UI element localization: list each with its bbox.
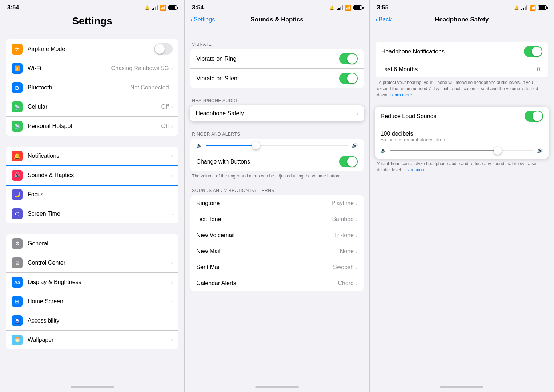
- settings-item-accessibility[interactable]: ♿ Accessibility ›: [6, 311, 178, 331]
- settings-item-wifi[interactable]: 📶 Wi-Fi Chasing Rainbows 5G ›: [6, 59, 178, 78]
- ringtone-value: Playtime: [332, 200, 354, 207]
- ringer-section-header: RINGER AND ALERTS: [185, 132, 369, 139]
- new-voicemail-chevron: ›: [356, 232, 358, 238]
- settings-group-network: ✈ Airplane Mode 📶 Wi-Fi Chasing Rainbows…: [6, 39, 178, 136]
- settings-item-display[interactable]: Aa Display & Brightness ›: [6, 273, 178, 292]
- settings-item-hotspot[interactable]: 📡 Personal Hotspot Off ›: [6, 117, 178, 136]
- notifications-icon-item: 🔔: [12, 151, 23, 161]
- vibrate-silent-item[interactable]: Vibrate on Silent: [190, 69, 363, 88]
- battery-icon: [168, 5, 177, 10]
- status-bar-3: 3:55 🔔 📶: [370, 0, 554, 13]
- vibrate-ring-toggle[interactable]: [339, 53, 358, 64]
- control-icon-item: ⊞: [12, 257, 23, 268]
- settings-item-notifications[interactable]: 🔔 Notifications ›: [6, 147, 178, 166]
- vibrate-silent-label: Vibrate on Silent: [196, 75, 339, 82]
- settings-group-system: ⚙ General › ⊞ Control Center › Aa Displa…: [6, 234, 178, 349]
- display-label: Display & Brightness: [28, 279, 171, 285]
- home-indicator-2: [185, 382, 369, 392]
- reduce-loud-sounds-toggle[interactable]: [525, 111, 543, 122]
- signal-icon: [152, 5, 158, 10]
- settings-item-airplane[interactable]: ✈ Airplane Mode: [6, 39, 178, 59]
- headphone-notifications-list: Headphone Notifications Last 6 Months 0: [376, 42, 548, 77]
- ringer-slider-track[interactable]: [206, 145, 348, 146]
- change-buttons-toggle[interactable]: [339, 156, 358, 167]
- headphone-info-text: To protect your hearing, your iPhone wil…: [370, 77, 554, 99]
- panel-sounds-haptics: 3:54 🔔 📶 ‹ Settings Sounds & Haptics VIB…: [184, 0, 369, 392]
- settings-item-screentime[interactable]: ⏱ Screen Time ›: [6, 204, 178, 223]
- hotspot-value: Off: [161, 123, 169, 129]
- calendar-alerts-item[interactable]: Calendar Alerts Chord ›: [190, 275, 363, 291]
- decibel-slider-track[interactable]: [390, 150, 533, 151]
- screentime-chevron: ›: [171, 211, 173, 217]
- new-voicemail-value: Tri-tone: [334, 232, 354, 239]
- settings-item-focus[interactable]: 🌙 Focus ›: [6, 185, 178, 204]
- settings-item-general[interactable]: ⚙ General ›: [6, 234, 178, 253]
- sounds-label: Sounds & Haptics: [28, 172, 171, 179]
- headphone-notifications-section: Headphone Notifications Last 6 Months 0 …: [370, 35, 554, 99]
- reduce-loud-info-content: Your iPhone can analyze headphone audio …: [377, 161, 538, 172]
- sounds-icon-item: 🔊: [12, 170, 23, 181]
- learn-more-link-1[interactable]: Learn more...: [390, 92, 416, 97]
- bluetooth-label: Bluetooth: [28, 84, 130, 91]
- nav-header-headphone: ‹ Back Headphone Safety: [370, 13, 554, 27]
- headphone-safety-item[interactable]: Headphone Safety ›: [190, 105, 364, 121]
- vibrate-ring-item[interactable]: Vibrate on Ring: [190, 49, 363, 69]
- nav-header-sounds: ‹ Settings Sounds & Haptics: [185, 13, 369, 27]
- back-button-headphone[interactable]: ‹ Back: [376, 16, 392, 24]
- nav-title-headphone: Headphone Safety: [435, 16, 489, 23]
- settings-item-sounds[interactable]: 🔊 Sounds & Haptics ›: [6, 166, 178, 185]
- learn-more-link-2[interactable]: Learn more...: [403, 167, 429, 172]
- wifi-chevron: ›: [171, 65, 173, 71]
- signal-icon-2: [337, 5, 343, 10]
- settings-item-bluetooth[interactable]: B Bluetooth Not Connected ›: [6, 78, 178, 97]
- headphone-scroll: Headphone Notifications Last 6 Months 0 …: [370, 27, 554, 382]
- text-tone-item[interactable]: Text Tone Bamboo ›: [190, 211, 363, 227]
- sent-mail-item[interactable]: Sent Mail Swoosh ›: [190, 259, 363, 275]
- vibrate-silent-toggle[interactable]: [339, 73, 358, 84]
- ringer-slider-thumb[interactable]: [252, 141, 260, 149]
- bluetooth-icon-item: B: [12, 82, 23, 93]
- new-mail-item[interactable]: New Mail None ›: [190, 243, 363, 259]
- headphone-audio-section: HEADPHONE AUDIO Headphone Safety ›: [185, 88, 369, 121]
- volume-low-icon: 🔈: [196, 143, 202, 148]
- calendar-alerts-label: Calendar Alerts: [196, 280, 338, 287]
- focus-label: Focus: [28, 191, 171, 198]
- ringtone-item[interactable]: Ringtone Playtime ›: [190, 195, 363, 211]
- back-button-sounds[interactable]: ‹ Settings: [190, 16, 215, 24]
- wifi-status-icon-3: 📶: [530, 5, 536, 11]
- decibel-low-icon: 🔈: [381, 148, 387, 153]
- vibrate-section-header: VIBRATE: [185, 42, 369, 49]
- panel-settings: 3:54 🔔 📶 Settings ✈ Airplane Mode: [0, 0, 184, 392]
- reduce-loud-sounds-item[interactable]: Reduce Loud Sounds: [375, 107, 549, 126]
- airplane-mode-toggle[interactable]: [154, 43, 173, 55]
- new-mail-value: None: [340, 248, 354, 255]
- headphone-notifications-toggle[interactable]: [524, 46, 542, 57]
- reduce-loud-highlighted: Reduce Loud Sounds 100 decibels As loud …: [375, 107, 549, 159]
- headphone-safety-chevron: ›: [357, 111, 358, 116]
- back-label-headphone: Back: [379, 16, 392, 23]
- sent-mail-value: Swoosh: [333, 264, 354, 271]
- text-tone-chevron: ›: [356, 216, 358, 222]
- accessibility-label: Accessibility: [28, 317, 171, 324]
- volume-high-icon: 🔊: [352, 143, 358, 148]
- settings-item-homescreen[interactable]: ⊟ Home Screen ›: [6, 292, 178, 311]
- change-buttons-item[interactable]: Change with Buttons: [190, 152, 363, 171]
- homescreen-label: Home Screen: [28, 298, 171, 305]
- nav-title-sounds: Sounds & Haptics: [250, 16, 303, 23]
- calendar-alerts-value: Chord: [338, 280, 354, 287]
- headphone-safety-highlighted: Headphone Safety ›: [190, 105, 364, 121]
- hotspot-icon-item: 📡: [12, 121, 23, 132]
- change-buttons-label: Change with Buttons: [196, 159, 339, 165]
- settings-item-wallpaper[interactable]: 🌅 Wallpaper ›: [6, 331, 178, 349]
- headphone-notifications-item[interactable]: Headphone Notifications: [376, 42, 548, 61]
- notifications-chevron: ›: [171, 153, 173, 159]
- home-indicator-3: [370, 382, 554, 392]
- sounds-patterns-header: SOUNDS AND VIBRATION PATTERNS: [185, 188, 369, 195]
- ringtone-chevron: ›: [356, 200, 358, 206]
- airplane-mode-label: Airplane Mode: [28, 46, 154, 52]
- new-voicemail-item[interactable]: New Voicemail Tri-tone ›: [190, 227, 363, 243]
- settings-item-control[interactable]: ⊞ Control Center ›: [6, 253, 178, 273]
- vibrate-section: VIBRATE Vibrate on Ring Vibrate on Silen…: [185, 35, 369, 88]
- decibel-slider-thumb[interactable]: [494, 147, 502, 155]
- settings-item-cellular[interactable]: 📡 Cellular Off ›: [6, 97, 178, 117]
